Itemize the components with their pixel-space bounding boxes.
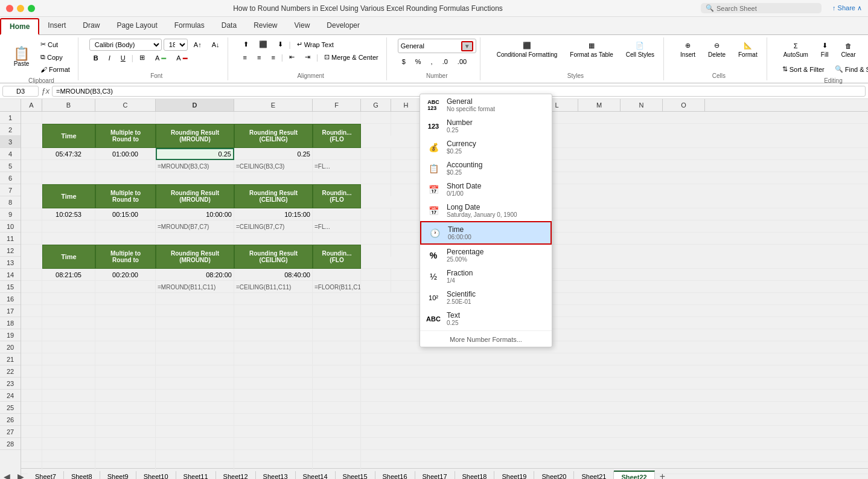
cell-g11[interactable] [361,269,391,281]
cell-h1[interactable] [391,112,421,124]
col-header-f[interactable]: F [313,99,361,111]
col-header-o[interactable]: O [663,99,705,111]
sheet-tab-sheet10[interactable]: Sheet10 [136,471,176,480]
cell-g6[interactable] [361,184,391,196]
cell-e1[interactable] [234,112,313,124]
format-cells-button[interactable]: 📐 Format [733,39,763,61]
cell-b4[interactable] [42,160,95,172]
cell-b11[interactable]: 08:21:05 [42,269,95,281]
cell-b12[interactable] [42,281,95,293]
clear-button[interactable]: 🗑 Clear [836,39,861,61]
tab-page-layout[interactable]: Page Layout [108,18,165,34]
sort-filter-button[interactable]: ⇅ Sort & Filter [778,63,829,75]
fill-color-button[interactable]: A▬ [151,53,170,63]
cell-f9[interactable] [313,233,361,245]
cell-e3[interactable]: 0.25 [234,148,313,160]
cell-e9[interactable] [234,233,313,245]
format-time-item[interactable]: 🕐 Time 06:00:00 [420,221,552,245]
cell-b10[interactable]: Time [42,245,95,269]
cell-a4[interactable] [21,160,42,172]
sheet-tab-sheet12[interactable]: Sheet12 [216,471,256,480]
cell-a9[interactable] [21,233,42,245]
decrease-indent-button[interactable]: ⇤ [285,51,299,63]
cell-d4[interactable]: =MROUND(B3,C3) [156,160,234,172]
decrease-decimal-button[interactable]: .0 [438,56,452,67]
cell-d6[interactable]: Rounding Result(MROUND) [156,184,234,208]
cell-d10[interactable]: Rounding Result(MROUND) [156,245,234,269]
sheet-tab-sheet7[interactable]: Sheet7 [28,471,64,480]
cell-e5[interactable] [234,172,313,184]
cell-b3[interactable]: 05:47:32 [42,148,95,160]
close-button[interactable] [6,5,13,12]
format-short-date-item[interactable]: 📅 Short Date 0/1/00 [420,179,552,200]
minimize-button[interactable] [17,5,24,12]
italic-button[interactable]: I [104,53,115,63]
window-controls[interactable] [6,5,35,12]
cell-c10[interactable]: Multiple toRound to [95,245,156,269]
tab-home[interactable]: Home [0,18,39,35]
increase-decimal-button[interactable]: .00 [453,56,471,67]
format-percentage-item[interactable]: % Percentage 25.00% [420,245,552,266]
cell-f7[interactable] [313,208,361,220]
delete-cells-button[interactable]: ⊖ Delete [703,39,731,61]
cell-e10[interactable]: Rounding Result(CEILING) [234,245,313,269]
tab-insert[interactable]: Insert [39,18,74,34]
align-top-button[interactable]: ⬆ [239,39,253,50]
cell-d8[interactable]: =MROUND(B7,C7) [156,220,234,233]
tab-developer[interactable]: Developer [318,18,368,34]
cell-g7[interactable] [361,208,391,220]
cell-c4[interactable] [95,160,156,172]
col-header-d[interactable]: D [156,99,234,111]
cell-a5[interactable] [21,172,42,184]
cell-e4[interactable]: =CEILING(B3,C3) [234,160,313,172]
cell-f4[interactable]: =FL... [313,160,361,172]
cell-reference-input[interactable] [2,86,39,97]
cell-d3[interactable]: 0.25 [156,148,234,160]
cell-c7[interactable]: 00:15:00 [95,208,156,220]
sheet-tab-sheet21[interactable]: Sheet21 [574,471,614,480]
cell-g5[interactable] [361,172,391,184]
search-bar[interactable]: 🔍 Search Sheet [701,3,822,13]
format-accounting-item[interactable]: 📋 Accounting $0.25 [420,158,552,179]
cell-c3[interactable]: 01:00:00 [95,148,156,160]
decrease-font-button[interactable]: A↓ [208,39,224,50]
fill-button[interactable]: ⬇ Fill [815,39,834,61]
sheet-nav-left[interactable]: ◀ [0,472,14,480]
sheet-tab-sheet14[interactable]: Sheet14 [296,471,336,480]
find-select-button[interactable]: 🔍 Find & Select [831,63,868,75]
copy-button[interactable]: ⧉Copy [36,51,74,63]
cell-g12[interactable] [361,281,391,293]
conditional-formatting-button[interactable]: ⬛ Conditional Formatting [491,39,563,61]
cell-d9[interactable] [156,233,234,245]
cell-b1[interactable] [42,112,95,124]
cell-c11[interactable]: 00:20:00 [95,269,156,281]
underline-button[interactable]: U [116,53,130,63]
function-wizard-button[interactable]: ƒx [41,86,49,95]
cell-c6[interactable]: Multiple toRound to [95,184,156,208]
cell-e12[interactable]: =CEILING(B11,C11) [234,281,313,293]
autosum-button[interactable]: Σ AutoSum [778,39,814,61]
cell-f3[interactable] [313,148,361,160]
sheet-tab-sheet20[interactable]: Sheet20 [534,471,574,480]
cell-c2[interactable]: Multiple toRound to [95,124,156,148]
cell-g9[interactable] [361,233,391,245]
cell-g3[interactable] [361,148,391,160]
cell-e2[interactable]: Rounding Result(CEILING) [234,124,313,148]
cell-f10[interactable]: Roundin...(FLO [313,245,361,269]
cell-b2[interactable]: Time [42,124,95,148]
cell-a2[interactable] [21,124,42,136]
cell-d5[interactable] [156,172,234,184]
format-scientific-item[interactable]: 10² Scientific 2.50E-01 [420,287,552,308]
insert-cells-button[interactable]: ⊕ Insert [675,39,701,61]
sheet-tab-sheet22[interactable]: Sheet22 [614,471,654,480]
cell-g1[interactable] [361,112,391,124]
sheet-tab-sheet16[interactable]: Sheet16 [375,471,415,480]
align-left-button[interactable]: ≡ [239,52,251,63]
maximize-button[interactable] [28,5,35,12]
sheet-tab-sheet15[interactable]: Sheet15 [336,471,375,480]
col-header-c[interactable]: C [95,99,156,111]
cell-d1[interactable] [156,112,234,124]
format-text-item[interactable]: ABC Text 0.25 [420,308,552,329]
font-color-button[interactable]: A▬ [172,53,191,63]
col-header-b[interactable]: B [42,99,95,111]
